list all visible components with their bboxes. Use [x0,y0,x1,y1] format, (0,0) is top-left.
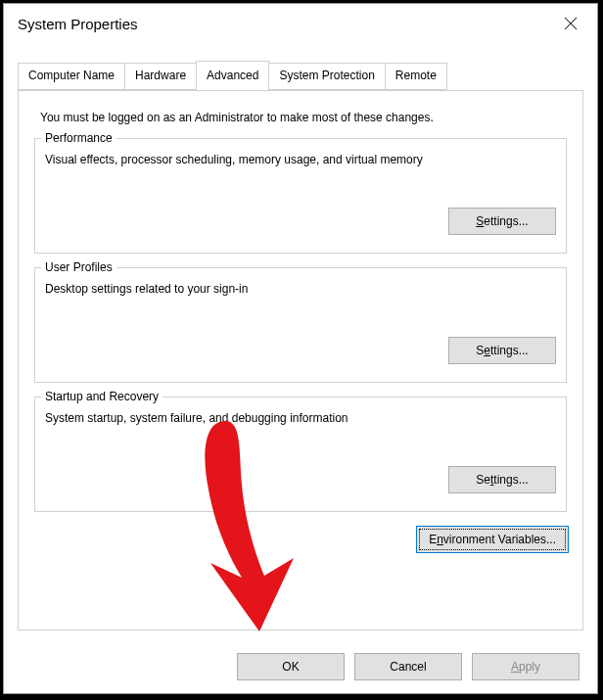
tab-computer-name[interactable]: Computer Name [18,63,125,90]
user-profiles-legend: User Profiles [41,260,116,274]
user-profiles-settings-button[interactable]: Settings... [448,337,556,364]
performance-settings-button[interactable]: Settings... [448,208,556,235]
performance-legend: Performance [41,131,116,145]
apply-button[interactable]: Apply [472,653,580,680]
startup-recovery-settings-button[interactable]: Settings... [448,466,556,493]
tab-advanced[interactable]: Advanced [196,61,269,88]
startup-recovery-legend: Startup and Recovery [41,390,162,403]
dialog-buttons: OK Cancel Apply [4,640,597,693]
close-button[interactable] [548,8,593,39]
titlebar: System Properties [4,4,597,43]
startup-recovery-desc: System startup, system failure, and debu… [45,411,556,437]
cancel-button[interactable]: Cancel [354,653,462,680]
admin-note: You must be logged on as an Administrato… [40,111,569,124]
performance-desc: Visual effects, processor scheduling, me… [45,153,556,178]
user-profiles-desc: Desktop settings related to your sign-in [45,282,556,307]
tab-panel-advanced: You must be logged on as an Administrato… [18,90,583,630]
close-icon [564,17,578,30]
user-profiles-group: User Profiles Desktop settings related t… [34,267,567,383]
performance-group: Performance Visual effects, processor sc… [34,138,567,254]
tab-hardware[interactable]: Hardware [124,63,197,90]
dialog-title: System Properties [18,16,138,32]
ok-button[interactable]: OK [237,653,345,680]
tab-system-protection[interactable]: System Protection [268,63,385,90]
startup-recovery-group: Startup and Recovery System startup, sys… [34,397,567,512]
environment-variables-button[interactable]: Environment Variables... [416,526,569,553]
tab-remote[interactable]: Remote [385,63,447,90]
tabs: Computer Name Hardware Advanced System P… [18,63,446,90]
system-properties-dialog: System Properties Computer Name Hardware… [3,3,598,694]
